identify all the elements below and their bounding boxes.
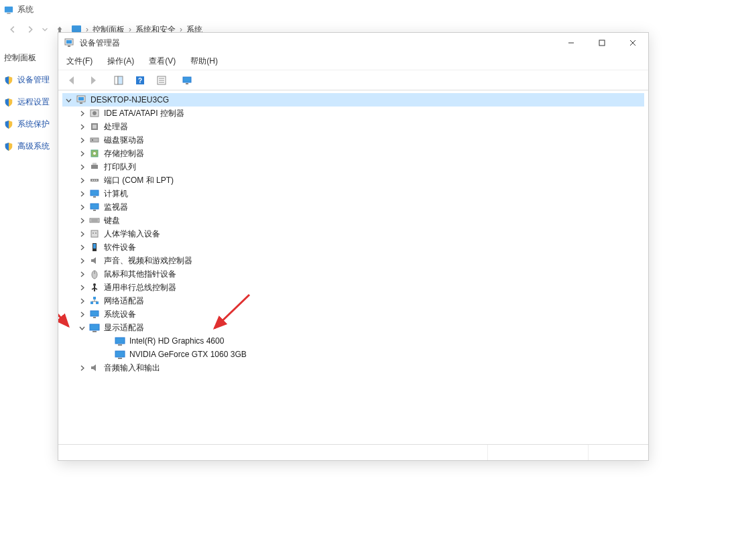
tree-category[interactable]: 键盘 — [76, 214, 644, 227]
tree-category-label: IDE ATA/ATAPI 控制器 — [103, 108, 184, 119]
twisty-open-icon[interactable] — [64, 95, 73, 104]
tree-category-label: 音频输入和输出 — [103, 362, 160, 374]
tree-category[interactable]: 监视器 — [76, 200, 644, 214]
twisty-closed-icon[interactable] — [77, 309, 86, 319]
svg-point-43 — [93, 232, 94, 234]
twisty-closed-icon[interactable] — [77, 109, 86, 118]
toolbar-scan-button[interactable] — [178, 72, 196, 88]
display-adapter-icon — [115, 336, 125, 346]
nav-back-button[interactable] — [4, 21, 21, 38]
dm-titlebar[interactable]: 设备管理器 — [58, 33, 648, 53]
twisty-closed-icon[interactable] — [77, 135, 86, 145]
svg-rect-38 — [93, 210, 96, 211]
tree-category-label: 键盘 — [103, 215, 120, 226]
tree-category[interactable]: 端口 (COM 和 LPT) — [76, 173, 644, 187]
svg-rect-37 — [90, 204, 99, 209]
toolbar-back-button[interactable] — [62, 72, 81, 88]
toolbar-properties-button[interactable] — [152, 72, 171, 88]
twisty-closed-icon[interactable] — [77, 149, 86, 158]
printer-icon — [89, 161, 100, 172]
twisty-closed-icon[interactable] — [77, 242, 86, 252]
twisty-closed-icon[interactable] — [77, 283, 86, 292]
svg-rect-16 — [183, 77, 191, 82]
sidebar-item-protection[interactable]: 系统保护 — [0, 113, 58, 135]
svg-rect-9 — [118, 76, 123, 84]
svg-rect-4 — [66, 40, 72, 44]
sidebar-item-advanced[interactable]: 高级系统 — [0, 135, 58, 157]
twisty-closed-icon[interactable] — [77, 256, 86, 265]
tree-category[interactable]: IDE ATA/ATAPI 控制器 — [76, 107, 644, 120]
twisty-closed-icon[interactable] — [77, 229, 86, 238]
menu-file[interactable]: 文件(F) — [66, 56, 93, 67]
disk-icon — [89, 135, 100, 145]
twisty-closed-icon[interactable] — [77, 296, 86, 305]
tree-category[interactable]: 通用串行总线控制器 — [76, 281, 644, 294]
svg-rect-54 — [96, 301, 99, 304]
twisty-open-icon[interactable] — [77, 323, 86, 332]
tree-category-label: 端口 (COM 和 LPT) — [103, 175, 174, 186]
shield-icon — [4, 142, 13, 151]
svg-rect-32 — [92, 180, 93, 181]
hid-icon — [89, 228, 100, 239]
tree-category[interactable]: 鼠标和其他指针设备 — [76, 267, 644, 281]
twisty-closed-icon[interactable] — [77, 216, 86, 225]
svg-rect-33 — [94, 180, 95, 181]
bg-title-text: 系统 — [17, 4, 34, 15]
sidebar-item-label: 高级系统 — [17, 141, 50, 152]
menu-view[interactable]: 查看(V) — [149, 56, 176, 67]
twisty-closed-icon[interactable] — [77, 176, 86, 185]
tree-category-audio[interactable]: 音频输入和输出 — [76, 361, 644, 374]
tree-category[interactable]: 系统设备 — [76, 307, 644, 321]
tree-device[interactable]: Intel(R) HD Graphics 4600 — [89, 334, 644, 348]
tree-category-label: 计算机 — [103, 188, 128, 200]
toolbar-help-button[interactable]: ? — [131, 72, 149, 88]
tree-category-display-adapters[interactable]: 显示适配器 — [76, 321, 644, 334]
tree-category-label: 处理器 — [103, 121, 128, 133]
menu-help[interactable]: 帮助(H) — [190, 56, 218, 67]
tree-category-label: 软件设备 — [103, 242, 136, 253]
svg-rect-61 — [93, 331, 97, 332]
tree-category[interactable]: 网络适配器 — [76, 294, 644, 307]
svg-rect-34 — [96, 180, 97, 181]
svg-rect-24 — [93, 125, 97, 129]
tree-category[interactable]: 磁盘驱动器 — [76, 133, 644, 147]
sound-icon — [89, 255, 100, 266]
sidebar-header: 控制面板 — [0, 47, 58, 69]
tree-category[interactable]: 处理器 — [76, 120, 644, 133]
svg-rect-60 — [90, 324, 99, 330]
maximize-button[interactable] — [587, 33, 617, 53]
nav-forward-button[interactable] — [21, 21, 39, 38]
svg-rect-19 — [78, 97, 84, 100]
svg-rect-0 — [5, 6, 13, 12]
twisty-closed-icon[interactable] — [77, 189, 86, 198]
tree-root[interactable]: DESKTOP-NJEU3CG — [62, 93, 644, 107]
twisty-closed-icon[interactable] — [77, 202, 86, 212]
sidebar-item-label: 系统保护 — [17, 119, 50, 130]
tree-category[interactable]: 声音、视频和游戏控制器 — [76, 254, 644, 267]
minimize-button[interactable] — [556, 33, 587, 53]
svg-rect-2 — [72, 25, 81, 32]
twisty-closed-icon[interactable] — [77, 122, 86, 131]
twisty-closed-icon[interactable] — [77, 162, 86, 171]
tree-category[interactable]: 人体学输入设备 — [76, 227, 644, 240]
sidebar-item-remote[interactable]: 远程设置 — [0, 91, 58, 113]
tree-root-label: DESKTOP-NJEU3CG — [89, 95, 169, 104]
twisty-closed-icon[interactable] — [77, 363, 86, 372]
svg-rect-36 — [93, 196, 96, 198]
tree-category[interactable]: 存储控制器 — [76, 147, 644, 160]
menu-action[interactable]: 操作(A) — [107, 56, 134, 67]
sidebar-item-device-manager[interactable]: 设备管理 — [0, 69, 58, 91]
twisty-closed-icon[interactable] — [77, 269, 86, 279]
svg-point-28 — [93, 152, 96, 155]
tree-category[interactable]: 软件设备 — [76, 240, 644, 254]
close-button[interactable] — [617, 33, 648, 53]
svg-rect-55 — [93, 297, 96, 299]
tree-category[interactable]: 打印队列 — [76, 160, 644, 173]
dm-tree[interactable]: DESKTOP-NJEU3CG IDE ATA/ATAPI 控制器处理器磁盘驱动… — [58, 90, 648, 444]
svg-rect-30 — [93, 163, 97, 165]
tree-device[interactable]: NVIDIA GeForce GTX 1060 3GB — [89, 348, 644, 361]
nav-history-button[interactable] — [39, 21, 51, 38]
tree-category[interactable]: 计算机 — [76, 187, 644, 200]
toolbar-showhide-button[interactable] — [109, 72, 128, 88]
toolbar-forward-button[interactable] — [84, 72, 103, 88]
